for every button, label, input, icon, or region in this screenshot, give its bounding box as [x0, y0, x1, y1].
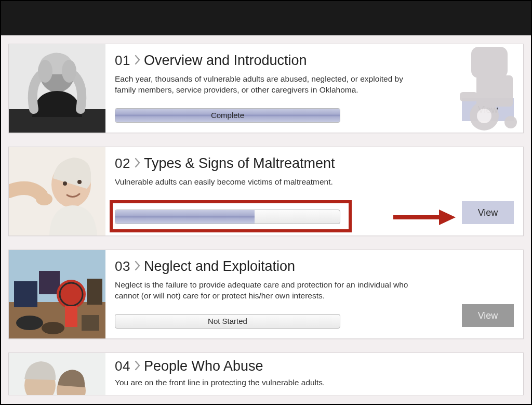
- module-title: Types & Signs of Maltreatment: [144, 155, 335, 172]
- module-body: 01 Overview and Introduction Each year, …: [105, 44, 440, 133]
- module-title: Neglect and Exploitation: [144, 258, 295, 275]
- progress-bar: Not Started: [115, 314, 340, 329]
- thumbnail-image-cluttered-room: [9, 250, 105, 338]
- module-number: 04: [115, 358, 130, 374]
- module-thumbnail: [9, 147, 105, 236]
- module-body: 04 People Who Abuse You are on the front…: [105, 353, 440, 395]
- svg-point-22: [57, 280, 86, 309]
- svg-rect-6: [471, 47, 508, 78]
- progress-bar: Complete: [115, 108, 340, 123]
- module-actions: View: [440, 147, 523, 236]
- module-title: Overview and Introduction: [144, 53, 307, 69]
- view-button[interactable]: View: [462, 201, 514, 224]
- module-title-row: 03 Neglect and Exploitation: [115, 258, 430, 275]
- svg-rect-28: [82, 315, 99, 331]
- svg-point-4: [62, 60, 76, 83]
- module-description: Vulnerable adults can easily become vict…: [115, 177, 416, 188]
- thumbnail-image-elderly-care: [9, 147, 105, 236]
- chevron-right-icon: [135, 55, 141, 65]
- progress-label: Complete: [211, 111, 244, 120]
- svg-point-15: [77, 180, 82, 184]
- module-description: Each year, thousands of vulnerable adult…: [115, 74, 416, 96]
- module-title-row: 01 Overview and Introduction: [115, 53, 430, 69]
- module-body: 03 Neglect and Exploitation Neglect is t…: [105, 250, 440, 338]
- module-card: 01 Overview and Introduction Each year, …: [8, 44, 524, 133]
- view-button: View: [462, 304, 514, 327]
- chevron-right-icon: [135, 158, 141, 168]
- svg-point-14: [63, 181, 67, 186]
- svg-point-26: [16, 316, 43, 330]
- svg-point-27: [42, 322, 64, 334]
- thumbnail-image-elderly-distress: [9, 44, 105, 133]
- module-title-row: 04 People Who Abuse: [115, 358, 430, 374]
- module-actions: [440, 353, 523, 395]
- module-list: 01 Overview and Introduction Each year, …: [1, 35, 531, 395]
- module-actions: View: [440, 250, 523, 338]
- module-number: 03: [115, 258, 130, 275]
- progress-bar: [115, 210, 340, 224]
- chevron-right-icon: [135, 260, 141, 271]
- module-number: 02: [115, 155, 130, 172]
- module-number: 01: [115, 53, 130, 69]
- top-bar: [1, 1, 531, 35]
- module-body: 02 Types & Signs of Maltreatment Vulnera…: [105, 147, 440, 236]
- thumbnail-image-people: [9, 353, 105, 395]
- progress-label: Not Started: [208, 317, 247, 325]
- module-title: People Who Abuse: [144, 358, 263, 374]
- module-card: 03 Neglect and Exploitation Neglect is t…: [8, 250, 524, 339]
- svg-point-3: [38, 60, 52, 83]
- svg-rect-25: [87, 279, 102, 305]
- svg-rect-21: [39, 271, 60, 294]
- module-card: 04 People Who Abuse You are on the front…: [8, 352, 524, 395]
- svg-point-13: [36, 193, 52, 205]
- module-thumbnail: [9, 353, 105, 395]
- module-card: 02 Types & Signs of Maltreatment Vulnera…: [8, 147, 524, 236]
- chevron-right-icon: [135, 360, 141, 371]
- module-title-row: 02 Types & Signs of Maltreatment: [115, 155, 430, 172]
- module-description: You are on the front line in protecting …: [115, 377, 416, 388]
- module-description: Neglect is the failure to provide adequa…: [115, 280, 416, 302]
- view-button[interactable]: View: [462, 98, 514, 121]
- module-actions: View: [440, 44, 523, 133]
- svg-rect-20: [14, 281, 37, 307]
- module-thumbnail: [9, 250, 105, 338]
- module-thumbnail: [9, 44, 105, 133]
- svg-rect-24: [65, 306, 77, 327]
